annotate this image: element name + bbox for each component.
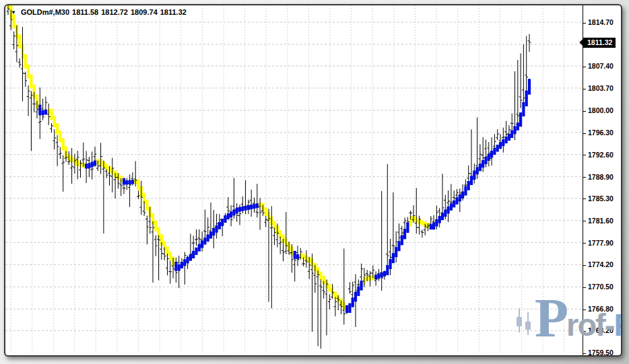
price-tick-label: 1781.60 bbox=[583, 216, 614, 225]
chart-title: ▼GOLDm#,M301811.581812.721809.741811.32 bbox=[11, 8, 189, 16]
current-price-badge: 1811.32 bbox=[583, 38, 616, 48]
symbol-marker-icon[interactable]: ▼ bbox=[11, 9, 16, 15]
ohlc-open: 1811.58 bbox=[72, 8, 98, 16]
price-tick-label: 1766.80 bbox=[583, 304, 614, 314]
price-tick-mark bbox=[583, 155, 586, 155]
price-chart-canvas[interactable] bbox=[5, 5, 583, 353]
price-tick-label: 1807.40 bbox=[583, 61, 614, 71]
price-tick-mark bbox=[583, 67, 586, 67]
price-tick-label: 1763.20 bbox=[583, 326, 614, 335]
ohlc-high: 1812.72 bbox=[101, 8, 128, 16]
price-tick-mark bbox=[583, 353, 586, 354]
price-tick-label: 1792.60 bbox=[583, 150, 614, 159]
window-frame: ▼GOLDm#,M301811.581812.721809.741811.32 … bbox=[0, 0, 629, 364]
ohlc-low: 1809.74 bbox=[131, 8, 158, 16]
price-tick-mark bbox=[583, 221, 586, 221]
price-tick-label: 1785.30 bbox=[583, 194, 614, 203]
price-tick-mark bbox=[583, 287, 586, 288]
price-tick-label: 1770.50 bbox=[583, 282, 614, 291]
price-tick-mark bbox=[583, 243, 586, 244]
price-tick-label: 1796.30 bbox=[583, 128, 614, 137]
price-axis[interactable]: 1811.32 1814.701807.401803.701800.001796… bbox=[583, 5, 621, 355]
symbol-period-label: GOLDm#,M30 bbox=[21, 8, 69, 16]
price-tick-label: 1814.70 bbox=[583, 17, 614, 27]
price-tick-mark bbox=[583, 89, 586, 89]
price-tick-mark bbox=[583, 111, 586, 112]
price-tick-mark bbox=[583, 133, 586, 134]
chart-window: ▼GOLDm#,M301811.581812.721809.741811.32 … bbox=[4, 4, 622, 357]
price-tick-label: 1777.90 bbox=[583, 238, 614, 248]
price-tick-label: 1803.70 bbox=[583, 83, 614, 93]
price-tick-mark bbox=[583, 23, 586, 24]
price-tick-mark bbox=[583, 310, 586, 310]
price-chart-plot[interactable] bbox=[5, 5, 583, 353]
ribbon-down-segments bbox=[7, 5, 430, 310]
price-tick-label: 1800.00 bbox=[583, 106, 614, 115]
ohlc-close: 1811.32 bbox=[160, 8, 187, 16]
price-tick-mark bbox=[583, 265, 586, 266]
price-tick-mark bbox=[583, 198, 586, 199]
price-tick-mark bbox=[583, 177, 586, 178]
price-tick-label: 1759.50 bbox=[583, 348, 614, 357]
price-tick-mark bbox=[583, 331, 586, 332]
price-tick-label: 1788.90 bbox=[583, 172, 614, 182]
price-tick-label: 1774.20 bbox=[583, 260, 614, 269]
